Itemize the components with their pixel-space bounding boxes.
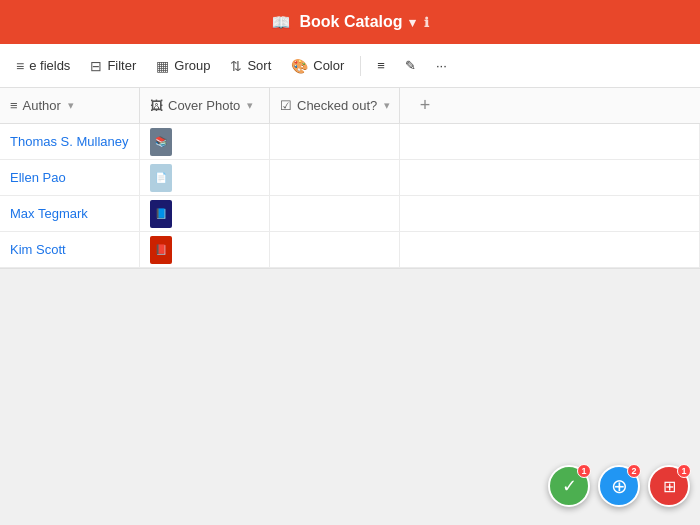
app-title: Book Catalog bbox=[299, 13, 402, 31]
app-header: 📖 Book Catalog ▾ ℹ bbox=[0, 0, 700, 44]
book-thumbnail-0: 📚 bbox=[150, 128, 172, 156]
data-table: ≡ Author ▾ 🖼 Cover Photo ▾ ☑ Checked out… bbox=[0, 88, 700, 269]
checked-cell-1 bbox=[270, 160, 400, 195]
red-fab-button[interactable]: ⊞ 1 bbox=[648, 465, 690, 507]
column-headers: ≡ Author ▾ 🖼 Cover Photo ▾ ☑ Checked out… bbox=[0, 88, 700, 124]
filter-icon: ⊟ bbox=[90, 58, 102, 74]
list-view-button[interactable]: ≡ bbox=[369, 53, 393, 78]
fields-label: e fields bbox=[29, 58, 70, 73]
red-fab-icon: ⊞ bbox=[663, 477, 676, 496]
extra-cell-1 bbox=[400, 160, 700, 195]
extra-cell-2 bbox=[400, 196, 700, 231]
group-button[interactable]: ▦ Group bbox=[148, 53, 218, 79]
table-row: Max Tegmark 📘 bbox=[0, 196, 700, 232]
author-col-label: Author bbox=[23, 98, 61, 113]
cover-cell-0: 📚 bbox=[140, 124, 270, 159]
fields-button[interactable]: ≡ e fields bbox=[8, 53, 78, 79]
author-cell-0[interactable]: Thomas S. Mullaney bbox=[0, 124, 140, 159]
cover-col-label: Cover Photo bbox=[168, 98, 240, 113]
toolbar-divider bbox=[360, 56, 361, 76]
list-icon: ≡ bbox=[377, 58, 385, 73]
sort-icon: ⇅ bbox=[230, 58, 242, 74]
cover-col-icon: 🖼 bbox=[150, 98, 163, 113]
more-button[interactable]: ··· bbox=[428, 53, 455, 78]
author-cell-2[interactable]: Max Tegmark bbox=[0, 196, 140, 231]
green-fab-button[interactable]: ✓ 1 bbox=[548, 465, 590, 507]
checked-col-icon: ☑ bbox=[280, 98, 292, 113]
color-button[interactable]: 🎨 Color bbox=[283, 53, 352, 79]
author-cell-1[interactable]: Ellen Pao bbox=[0, 160, 140, 195]
table-row: Kim Scott 📕 bbox=[0, 232, 700, 268]
blue-fab-button[interactable]: ⊕ 2 bbox=[598, 465, 640, 507]
group-icon: ▦ bbox=[156, 58, 169, 74]
author-col-icon: ≡ bbox=[10, 98, 18, 113]
green-fab-badge: 1 bbox=[577, 464, 591, 478]
fab-group: ✓ 1 ⊕ 2 ⊞ 1 bbox=[548, 465, 690, 507]
author-column-header[interactable]: ≡ Author ▾ bbox=[0, 88, 140, 123]
table-row: Ellen Pao 📄 bbox=[0, 160, 700, 196]
checked-col-chevron: ▾ bbox=[384, 99, 390, 112]
blue-fab-badge: 2 bbox=[627, 464, 641, 478]
color-label: Color bbox=[313, 58, 344, 73]
blue-fab-icon: ⊕ bbox=[611, 474, 628, 498]
title-dropdown-arrow[interactable]: ▾ bbox=[409, 15, 416, 30]
book-thumbnail-2: 📘 bbox=[150, 200, 172, 228]
filter-button[interactable]: ⊟ Filter bbox=[82, 53, 144, 79]
toolbar: ≡ e fields ⊟ Filter ▦ Group ⇅ Sort 🎨 Col… bbox=[0, 44, 700, 88]
cover-col-chevron: ▾ bbox=[247, 99, 253, 112]
checked-cell-2 bbox=[270, 196, 400, 231]
book-thumbnail-1: 📄 bbox=[150, 164, 172, 192]
cover-cell-2: 📘 bbox=[140, 196, 270, 231]
checked-cell-3 bbox=[270, 232, 400, 267]
checked-cell-0 bbox=[270, 124, 400, 159]
add-column-button[interactable]: + bbox=[400, 88, 450, 123]
edit-button[interactable]: ✎ bbox=[397, 53, 424, 78]
red-fab-badge: 1 bbox=[677, 464, 691, 478]
book-icon: 📖 bbox=[271, 13, 291, 32]
table-row: Thomas S. Mullaney 📚 bbox=[0, 124, 700, 160]
author-cell-3[interactable]: Kim Scott bbox=[0, 232, 140, 267]
more-dots-icon: ··· bbox=[436, 58, 447, 73]
green-fab-icon: ✓ bbox=[562, 475, 577, 497]
edit-icon: ✎ bbox=[405, 58, 416, 73]
author-col-chevron: ▾ bbox=[68, 99, 74, 112]
info-icon[interactable]: ℹ bbox=[424, 15, 429, 30]
extra-cell-0 bbox=[400, 124, 700, 159]
color-icon: 🎨 bbox=[291, 58, 308, 74]
sort-label: Sort bbox=[247, 58, 271, 73]
cover-cell-1: 📄 bbox=[140, 160, 270, 195]
cover-photo-column-header[interactable]: 🖼 Cover Photo ▾ bbox=[140, 88, 270, 123]
checked-col-label: Checked out? bbox=[297, 98, 377, 113]
fields-icon: ≡ bbox=[16, 58, 24, 74]
extra-cell-3 bbox=[400, 232, 700, 267]
group-label: Group bbox=[174, 58, 210, 73]
cover-cell-3: 📕 bbox=[140, 232, 270, 267]
book-thumbnail-3: 📕 bbox=[150, 236, 172, 264]
sort-button[interactable]: ⇅ Sort bbox=[222, 53, 279, 79]
filter-label: Filter bbox=[107, 58, 136, 73]
checked-out-column-header[interactable]: ☑ Checked out? ▾ bbox=[270, 88, 400, 123]
